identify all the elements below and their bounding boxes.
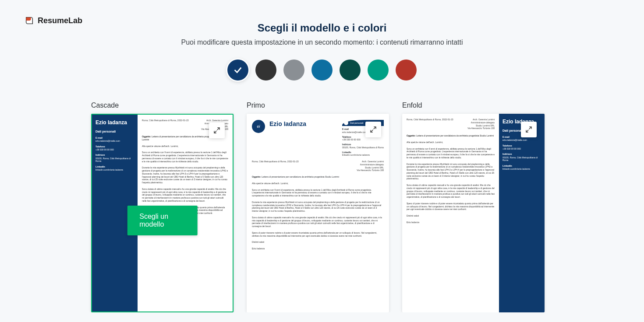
expand-button[interactable] xyxy=(521,122,537,137)
svg-line-1 xyxy=(214,131,216,133)
preview-doc: ei Ezio Iadanza Dati personali E-mailezi… xyxy=(247,114,389,312)
template-label-primo: Primo xyxy=(247,102,389,109)
expand-icon xyxy=(525,126,532,133)
color-swatch-red[interactable] xyxy=(396,60,417,80)
color-swatch-blue[interactable] xyxy=(311,60,333,80)
expand-button[interactable] xyxy=(209,122,225,138)
check-icon xyxy=(233,65,243,75)
template-label-cascade: Cascade xyxy=(91,102,234,109)
color-swatch-charcoal[interactable] xyxy=(255,60,276,80)
avatar: ei xyxy=(252,120,265,133)
color-swatch-dark-teal[interactable] xyxy=(340,60,361,80)
svg-line-4 xyxy=(529,127,531,129)
svg-line-0 xyxy=(217,128,219,130)
template-card-primo[interactable]: ei Ezio Iadanza Dati personali E-mailezi… xyxy=(247,114,389,312)
page-subtitle: Puoi modificare questa impostazione in u… xyxy=(0,38,644,46)
svg-line-5 xyxy=(526,130,528,132)
template-label-enfold: Enfold xyxy=(402,102,545,109)
choose-template-button[interactable]: Scegli un modello xyxy=(127,206,198,235)
brand-icon xyxy=(25,16,34,25)
preview-side-heading: Dati personali xyxy=(96,130,134,133)
expand-button[interactable] xyxy=(365,122,381,137)
color-swatch-gray[interactable] xyxy=(283,60,304,80)
color-picker xyxy=(0,60,644,80)
preview-name: Ezio Iadanza xyxy=(269,120,306,128)
preview-name: Ezio Iadanza xyxy=(96,119,134,126)
template-card-cascade[interactable]: Scegli un modello Ezio Iadanza Dati pers… xyxy=(91,114,234,312)
preview-doc: Ezio Iadanza Dati personali E-mail ezio.… xyxy=(402,114,545,312)
color-swatch-navy[interactable] xyxy=(227,60,248,80)
expand-icon xyxy=(213,127,220,134)
expand-icon xyxy=(370,126,377,133)
svg-line-2 xyxy=(374,127,376,129)
brand-name: ResumeLab xyxy=(38,16,82,25)
page-title: Scegli il modello e i colori xyxy=(0,22,644,34)
color-swatch-teal[interactable] xyxy=(368,60,389,80)
template-card-enfold[interactable]: Ezio Iadanza Dati personali E-mail ezio.… xyxy=(402,114,545,312)
svg-line-3 xyxy=(371,130,373,132)
